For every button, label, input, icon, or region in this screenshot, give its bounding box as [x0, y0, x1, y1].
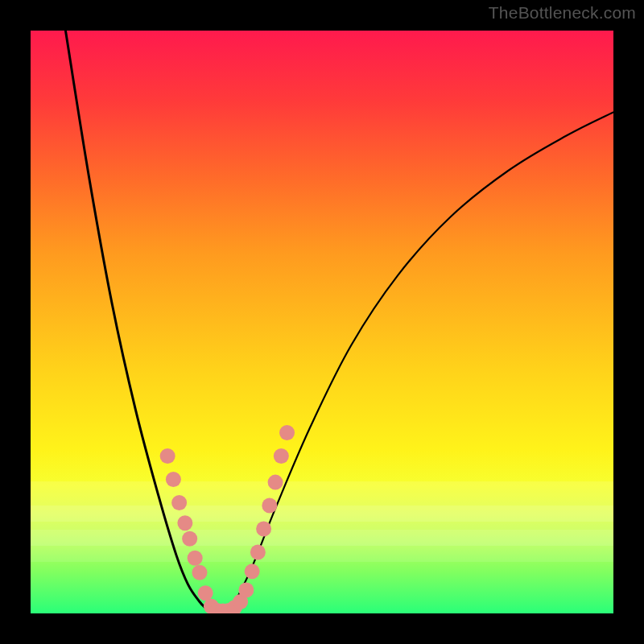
highlight-dot	[198, 585, 213, 601]
chart-svg	[31, 31, 613, 613]
highlight-dot	[262, 498, 277, 514]
highlight-dots	[160, 425, 295, 613]
highlight-dot	[238, 583, 254, 598]
highlight-dot	[250, 544, 266, 559]
left-curve	[65, 31, 222, 613]
highlight-dot	[256, 522, 271, 537]
watermark-text: TheBottleneck.com	[489, 3, 636, 23]
highlight-dot	[177, 515, 192, 530]
right-curve	[223, 112, 613, 613]
highlight-dot	[166, 472, 181, 487]
highlight-dot	[160, 448, 175, 464]
highlight-dot	[274, 448, 289, 464]
highlight-dot	[268, 475, 283, 490]
chart-frame: TheBottleneck.com	[0, 0, 644, 644]
highlight-dot	[188, 551, 203, 566]
highlight-dot	[192, 565, 207, 580]
highlight-dot	[279, 425, 295, 440]
highlight-dot	[182, 531, 197, 547]
curve-group	[65, 31, 613, 613]
highlight-dot	[245, 564, 260, 579]
highlight-dot	[171, 495, 187, 510]
